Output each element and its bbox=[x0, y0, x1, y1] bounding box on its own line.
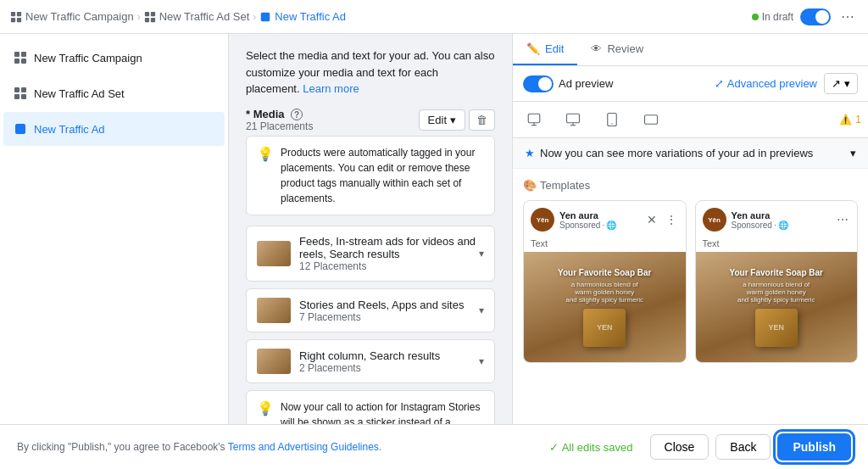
toggle-thumb bbox=[815, 10, 829, 24]
status-dot bbox=[752, 14, 759, 20]
ad-card-2-image: Your Favorite Soap Bar a harmonious blen… bbox=[696, 252, 858, 362]
variations-chevron: ▾ bbox=[850, 147, 856, 159]
campaign-label: New Traffic Campaign bbox=[25, 10, 134, 23]
bottom-bar-right: ✓ All edits saved Close Back Publish bbox=[549, 433, 851, 461]
media-label-group: * Media ? 21 Placements bbox=[246, 108, 313, 133]
ad-card-1-image: Your Favorite Soap Bar a harmonious blen… bbox=[524, 252, 686, 362]
review-tab-icon: 👁 bbox=[591, 42, 602, 55]
svg-rect-18 bbox=[528, 114, 540, 123]
media-edit-button[interactable]: Edit ▾ bbox=[419, 109, 465, 131]
sep2: › bbox=[253, 11, 256, 23]
warning-badge: ⚠️ 1 bbox=[839, 114, 861, 126]
description-learn-more[interactable]: Learn more bbox=[303, 82, 359, 95]
share-button[interactable]: ↗ ▾ bbox=[824, 73, 858, 94]
sidebar-section: New Traffic Campaign ⋯ New Traffic Ad Se… bbox=[0, 34, 228, 153]
cta-info-box: 💡 Now your call to action for Instagram … bbox=[246, 390, 495, 424]
tab-edit[interactable]: ✏️ Edit bbox=[513, 34, 577, 65]
edit-chevron-icon: ▾ bbox=[450, 114, 456, 126]
placement-feeds-count: 12 Placements bbox=[299, 260, 479, 272]
content-area: Select the media and text for your ad. Y… bbox=[229, 34, 512, 424]
sidebar-item-adset[interactable]: New Traffic Ad Set ⋯ bbox=[3, 76, 225, 110]
advanced-preview-button[interactable]: ⤢ Advanced preview bbox=[715, 77, 817, 90]
publish-agreement-text: By clicking "Publish," you agree to Face… bbox=[17, 441, 225, 453]
ad-preview-toggle[interactable] bbox=[523, 75, 554, 92]
edit-tab-label: Edit bbox=[545, 42, 564, 55]
nav-more-button[interactable]: ⋯ bbox=[837, 5, 858, 28]
placement-feeds-thumb bbox=[257, 241, 291, 266]
placement-feeds-name: Feeds, In-stream ads for videos and reel… bbox=[299, 235, 479, 260]
ad-card-2-header: Yēn Yen aura Sponsored · 🌐 ⋯ bbox=[696, 201, 858, 238]
ad-card-1-close[interactable]: ✕ bbox=[645, 211, 659, 228]
svg-rect-9 bbox=[14, 52, 19, 57]
cta-info-text: Now your call to action for Instagram St… bbox=[281, 399, 484, 424]
device-desktop-square-btn[interactable] bbox=[520, 109, 548, 131]
variations-text: ★ Now you can see more variations of you… bbox=[525, 147, 813, 159]
placement-feeds-info: Feeds, In-stream ads for videos and reel… bbox=[299, 235, 479, 272]
mobile-icon bbox=[604, 112, 620, 127]
sidebar-campaign-label: New Traffic Campaign bbox=[34, 52, 196, 64]
templates-header: 🎨 Templates bbox=[523, 179, 858, 192]
placement-rightcol-header[interactable]: Right column, Search results 2 Placement… bbox=[247, 340, 494, 382]
breadcrumb-ad[interactable]: New Traffic Ad bbox=[259, 10, 346, 23]
ad-card-1-avatar: Yēn bbox=[531, 208, 554, 232]
ad-card-2-more[interactable]: ⋯ bbox=[835, 211, 850, 228]
right-panel: ✏️ Edit 👁 Review Ad preview ⤢ Advanced p… bbox=[512, 34, 868, 424]
adset-icon bbox=[144, 11, 156, 23]
top-nav: New Traffic Campaign › New Traffic Ad Se… bbox=[0, 0, 868, 34]
device-selector: ⚠️ 1 bbox=[513, 102, 868, 138]
check-icon: ✓ bbox=[549, 441, 559, 454]
svg-rect-4 bbox=[145, 11, 149, 15]
draft-toggle[interactable] bbox=[800, 8, 831, 25]
ad-icon bbox=[259, 11, 271, 23]
sep1: › bbox=[137, 11, 141, 23]
adset-nav-icon bbox=[14, 87, 27, 100]
placement-stories-count: 7 Placements bbox=[299, 311, 479, 323]
placement-item-stories: Stories and Reels, Apps and sites 7 Plac… bbox=[246, 288, 495, 332]
publish-button[interactable]: Publish bbox=[777, 433, 851, 461]
svg-rect-15 bbox=[14, 94, 19, 99]
status-badge: In draft bbox=[752, 11, 793, 23]
bottom-bar-left: By clicking "Publish," you agree to Face… bbox=[17, 441, 549, 453]
device-landscape-btn[interactable] bbox=[637, 109, 665, 131]
svg-rect-0 bbox=[11, 11, 15, 15]
desktop-square-icon bbox=[526, 112, 542, 127]
placement-feeds-header[interactable]: Feeds, In-stream ads for videos and reel… bbox=[247, 226, 494, 281]
ad-card-2-account: Yen aura Sponsored · 🌐 bbox=[732, 210, 831, 230]
placement-stories-header[interactable]: Stories and Reels, Apps and sites 7 Plac… bbox=[247, 289, 494, 332]
breadcrumb-campaign[interactable]: New Traffic Campaign bbox=[10, 10, 134, 23]
ad-card-2-name: Yen aura bbox=[732, 210, 831, 221]
breadcrumb-nav: New Traffic Campaign › New Traffic Ad Se… bbox=[10, 10, 346, 23]
breadcrumb-adset[interactable]: New Traffic Ad Set bbox=[144, 10, 250, 23]
grid-icon bbox=[10, 11, 22, 23]
variations-banner: ★ Now you can see more variations of you… bbox=[513, 138, 868, 169]
ad-card-2-text-label: Text bbox=[696, 238, 858, 252]
back-button[interactable]: Back bbox=[715, 434, 771, 460]
svg-rect-26 bbox=[645, 115, 658, 125]
terms-link[interactable]: Terms and Advertising Guidelines. bbox=[228, 441, 381, 453]
product-tags-info: 💡 Products were automatically tagged in … bbox=[246, 136, 495, 215]
ad-nav-icon bbox=[14, 122, 27, 136]
warning-icon: ⚠️ bbox=[839, 114, 852, 126]
sidebar-ad-label: New Traffic Ad bbox=[34, 123, 196, 136]
sidebar-item-campaign[interactable]: New Traffic Campaign ⋯ bbox=[3, 41, 225, 75]
globe-icon: 🌐 bbox=[606, 221, 616, 230]
adset-label: New Traffic Ad Set bbox=[159, 10, 250, 23]
svg-rect-3 bbox=[17, 17, 21, 21]
device-desktop-btn[interactable] bbox=[559, 109, 587, 131]
top-nav-right: In draft ⋯ bbox=[752, 5, 858, 28]
close-button[interactable]: Close bbox=[650, 434, 709, 460]
media-info-icon[interactable]: ? bbox=[291, 109, 303, 120]
main-layout: New Traffic Campaign ⋯ New Traffic Ad Se… bbox=[0, 34, 868, 424]
star-icon: ★ bbox=[525, 147, 535, 159]
tab-review[interactable]: 👁 Review bbox=[577, 34, 657, 65]
sidebar-item-ad[interactable]: New Traffic Ad ⋯ bbox=[3, 112, 225, 146]
svg-rect-17 bbox=[15, 124, 25, 134]
content-description: Select the media and text for your ad. Y… bbox=[246, 47, 495, 98]
svg-rect-1 bbox=[17, 11, 21, 15]
ad-card-1-more[interactable]: ⋮ bbox=[664, 211, 679, 228]
svg-rect-8 bbox=[261, 12, 270, 21]
device-mobile-btn[interactable] bbox=[598, 109, 626, 131]
placement-rightcol-name: Right column, Search results bbox=[299, 349, 479, 362]
media-delete-button[interactable]: 🗑 bbox=[469, 109, 495, 131]
templates-section: 🎨 Templates Yēn Yen aura Sponsored · bbox=[513, 169, 868, 373]
